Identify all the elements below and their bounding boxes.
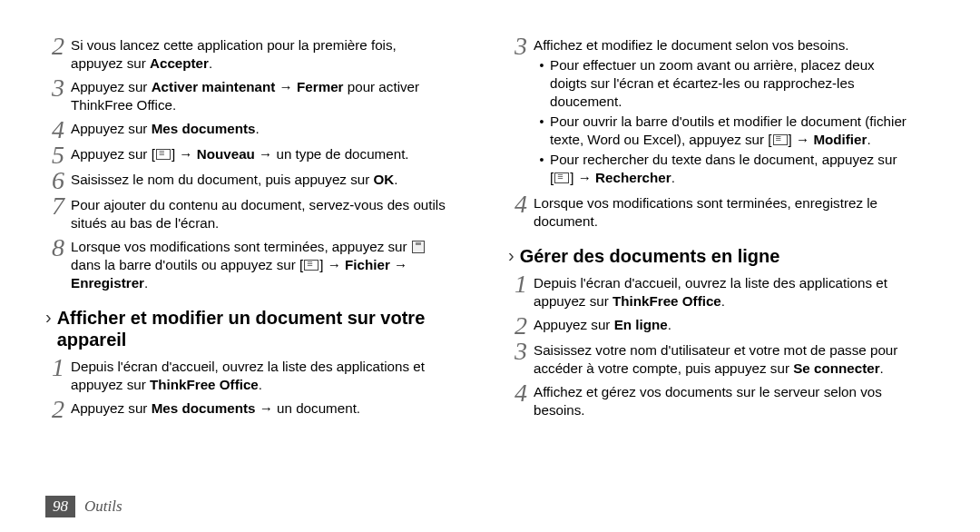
section-title: Gérer des documents en ligne <box>520 245 780 267</box>
text-line: Pour rechercher du texte dans le documen… <box>550 152 897 167</box>
step-text: Pour ajouter du contenu au document, ser… <box>71 196 472 232</box>
section-heading-online: › Gérer des documents en ligne <box>508 245 935 267</box>
right-column: 3 Affichez et modifiez le document selon… <box>508 36 935 425</box>
bold-term: Rechercher <box>595 170 671 185</box>
bold-term: En ligne <box>614 317 668 332</box>
text-line: . <box>259 377 262 392</box>
text-line: Depuis l'écran d'accueil, ouvrez la list… <box>534 275 887 291</box>
bold-term: Mes documents <box>152 400 256 416</box>
text-line: Si vous lancez cette application pour la… <box>71 37 397 53</box>
bullet-zoom: • Pour effectuer un zoom avant ou arrièr… <box>534 56 935 111</box>
page-footer: 98 Outils <box>45 496 122 517</box>
text-line: Appuyez sur [ <box>71 146 155 162</box>
step-text: Saisissez votre nom d'utilisateur et vot… <box>534 341 935 378</box>
step-3: 3 Appuyez sur Activer maintenant → Ferme… <box>45 78 472 114</box>
step-5: 5 Appuyez sur [] → Nouveau → un type de … <box>45 145 472 165</box>
text-line: Pour ouvrir la barre d'outils et modifie… <box>550 113 906 129</box>
bullet-toolbar: • Pour ouvrir la barre d'outils et modif… <box>534 113 935 149</box>
text-line: appareil <box>57 330 127 350</box>
step-6: 6 Saisissez le nom du document, puis app… <box>45 171 472 191</box>
r-step-3: 3 Affichez et modifiez le document selon… <box>508 36 935 189</box>
text-line: Appuyez sur <box>71 121 152 136</box>
text-line: dans la barre d'outils ou appuyez sur [ <box>71 257 303 272</box>
bold-term: ThinkFree Office <box>612 293 721 309</box>
step-text: Saisissez le nom du document, puis appuy… <box>71 171 472 189</box>
section-heading-display-edit: › Afficher et modifier un document sur v… <box>45 307 472 350</box>
step-4: 4 Appuyez sur Mes documents. <box>45 120 472 140</box>
text-line: doucement. <box>550 94 622 109</box>
step-text: Depuis l'écran d'accueil, ouvrez la list… <box>534 274 935 310</box>
text-line: . <box>668 317 671 332</box>
text-line: ] → <box>319 257 345 272</box>
text-line: . <box>867 132 870 147</box>
text-line: Lorsque vos modifications sont terminées… <box>534 195 877 211</box>
text-line: Affichez et gérez vos documents sur le s… <box>534 384 882 399</box>
text-line: → un document. <box>255 400 360 416</box>
text-line: ] → <box>789 132 814 147</box>
step-text: Affichez et gérez vos documents sur le s… <box>534 383 935 419</box>
text-line: Appuyez sur <box>71 400 152 416</box>
step-number: 3 <box>508 341 534 361</box>
s2-step-1: 1 Depuis l'écran d'accueil, ouvrez la li… <box>508 274 935 310</box>
bold-term: Se connecter <box>793 360 879 376</box>
text-line: Saisissez le nom du document, puis appuy… <box>71 172 373 187</box>
s2-step-4: 4 Affichez et gérez vos documents sur le… <box>508 383 935 419</box>
bullet-dot: • <box>534 56 550 111</box>
step-number: 5 <box>45 145 71 165</box>
bold-term: Fermer <box>297 79 344 94</box>
text-line: ThinkFree Office. <box>71 97 176 113</box>
step-number: 8 <box>45 238 71 258</box>
text-line: Depuis l'écran d'accueil, ouvrez la list… <box>71 359 425 374</box>
bullet-dot: • <box>534 151 550 187</box>
s2-step-3: 3 Saisissez votre nom d'utilisateur et v… <box>508 341 935 378</box>
bold-term: Nouveau <box>197 146 255 162</box>
text-line: → un type de document. <box>255 146 409 162</box>
chevron-icon: › <box>45 307 52 327</box>
page-columns: 2 Si vous lancez cette application pour … <box>45 36 935 425</box>
bullet-text: Pour rechercher du texte dans le documen… <box>550 151 935 187</box>
text-line: doigts sur l'écran et écartez-les ou rap… <box>550 75 855 91</box>
step-number: 7 <box>45 196 71 216</box>
step-text: Lorsque vos modifications sont terminées… <box>534 194 935 231</box>
text-line: . <box>144 275 148 291</box>
text-line: → <box>275 79 297 94</box>
bold-term: Mes documents <box>152 121 256 136</box>
step-2: 2 Si vous lancez cette application pour … <box>45 36 472 73</box>
text-line: besoins. <box>534 402 585 418</box>
step-text: Appuyez sur Activer maintenant → Fermer … <box>71 78 472 114</box>
step-text: Affichez et modifiez le document selon v… <box>534 36 935 189</box>
bold-term: Enregistrer <box>71 275 144 291</box>
text-line: . <box>721 293 725 309</box>
text-line: document. <box>534 213 598 229</box>
text-line: Pour effectuer un zoom avant ou arrière,… <box>550 57 875 73</box>
step-number: 4 <box>508 383 534 403</box>
text-line: Lorsque vos modifications sont terminées… <box>71 239 411 254</box>
text-line: situés au bas de l'écran. <box>71 215 219 231</box>
text-line: Appuyez sur <box>534 317 614 332</box>
bold-term: OK <box>373 172 394 187</box>
text-line: . <box>209 55 212 71</box>
text-line: accéder à votre compte, puis appuyez sur <box>534 360 793 376</box>
step-text: Appuyez sur Mes documents. <box>71 120 472 138</box>
text-line: Appuyez sur <box>71 79 152 94</box>
chevron-icon: › <box>508 245 514 265</box>
text-line: texte, Word ou Excel), appuyez sur [ <box>550 132 772 147</box>
menu-icon <box>156 149 171 160</box>
step-number: 2 <box>45 36 71 56</box>
text-line: . <box>255 121 259 136</box>
s2-step-2: 2 Appuyez sur En ligne. <box>508 316 935 336</box>
step-text: Appuyez sur En ligne. <box>534 316 935 334</box>
step-text: Si vous lancez cette application pour la… <box>71 36 472 73</box>
text-line: Afficher et modifier un document sur vot… <box>57 308 426 328</box>
step-number: 1 <box>508 274 534 294</box>
step-number: 2 <box>45 399 71 419</box>
step-number: 1 <box>45 358 71 378</box>
s1-step-1: 1 Depuis l'écran d'accueil, ouvrez la li… <box>45 358 472 394</box>
step-text: Appuyez sur [] → Nouveau → un type de do… <box>71 145 472 163</box>
step-number: 4 <box>45 120 71 140</box>
text-line: appuyez sur <box>71 55 150 71</box>
text-line: . <box>671 170 675 185</box>
text-line: . <box>394 172 397 187</box>
step-8: 8 Lorsque vos modifications sont terminé… <box>45 238 472 292</box>
text-line: appuyez sur <box>71 377 150 392</box>
